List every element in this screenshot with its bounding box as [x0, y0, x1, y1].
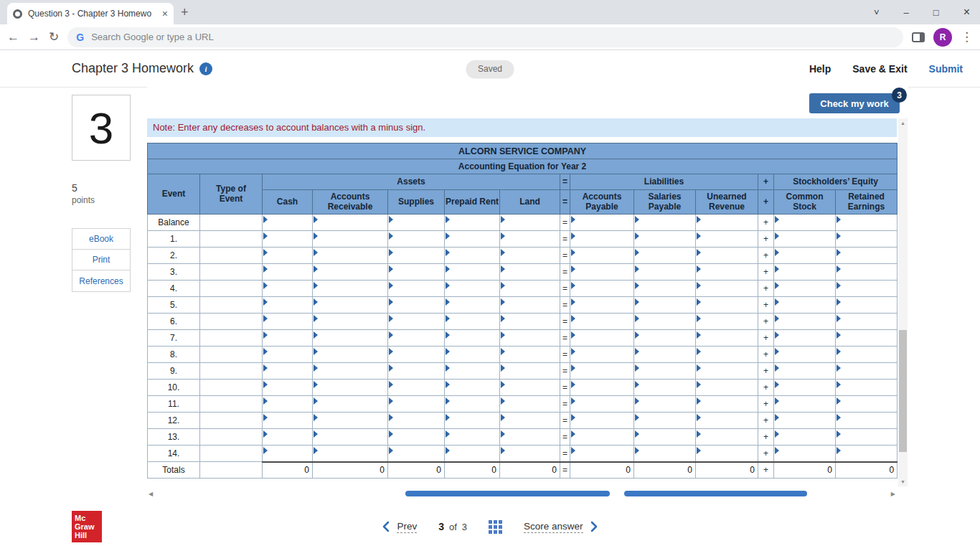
- submit-button[interactable]: Submit: [929, 63, 963, 75]
- tab-search-chevron-icon[interactable]: ˅: [874, 7, 880, 18]
- asset-input-cell[interactable]: [313, 429, 388, 446]
- browser-tab[interactable]: Question 3 - Chapter 3 Homewo ×: [7, 3, 174, 24]
- type-of-event-cell[interactable]: [200, 248, 263, 264]
- back-icon[interactable]: ←: [7, 31, 19, 43]
- liability-input-cell[interactable]: [634, 314, 696, 330]
- asset-input-cell[interactable]: [313, 330, 388, 347]
- minimize-icon[interactable]: –: [904, 7, 909, 18]
- asset-input-cell[interactable]: [500, 413, 560, 429]
- type-of-event-cell[interactable]: [200, 231, 263, 248]
- liability-input-cell[interactable]: [634, 380, 696, 396]
- reload-icon[interactable]: ↻: [49, 31, 59, 43]
- type-of-event-cell[interactable]: [200, 330, 263, 347]
- asset-input-cell[interactable]: [263, 446, 313, 462]
- asset-input-cell[interactable]: [263, 363, 313, 380]
- type-of-event-cell[interactable]: [200, 215, 263, 231]
- asset-input-cell[interactable]: [388, 248, 445, 264]
- asset-input-cell[interactable]: [263, 347, 313, 363]
- equity-input-cell[interactable]: [836, 413, 897, 429]
- asset-input-cell[interactable]: [445, 413, 500, 429]
- equity-input-cell[interactable]: [836, 297, 897, 314]
- equity-input-cell[interactable]: [774, 396, 836, 413]
- type-of-event-cell[interactable]: [200, 314, 263, 330]
- asset-input-cell[interactable]: [263, 281, 313, 297]
- forward-icon[interactable]: →: [28, 31, 40, 43]
- equity-input-cell[interactable]: [774, 330, 836, 347]
- equity-input-cell[interactable]: [774, 264, 836, 281]
- equity-input-cell[interactable]: [774, 248, 836, 264]
- equity-input-cell[interactable]: [836, 330, 897, 347]
- equity-input-cell[interactable]: [774, 347, 836, 363]
- h-scrollbar-thumb[interactable]: [405, 491, 610, 496]
- asset-input-cell[interactable]: [445, 281, 500, 297]
- asset-input-cell[interactable]: [500, 380, 560, 396]
- asset-input-cell[interactable]: [313, 413, 388, 429]
- asset-input-cell[interactable]: [500, 363, 560, 380]
- liability-input-cell[interactable]: [570, 248, 634, 264]
- equity-input-cell[interactable]: [774, 446, 836, 462]
- type-of-event-cell[interactable]: [200, 380, 263, 396]
- tab-close-icon[interactable]: ×: [162, 8, 168, 19]
- asset-input-cell[interactable]: [445, 314, 500, 330]
- liability-input-cell[interactable]: [570, 429, 634, 446]
- asset-input-cell[interactable]: [263, 297, 313, 314]
- asset-input-cell[interactable]: [445, 264, 500, 281]
- type-of-event-cell[interactable]: [200, 396, 263, 413]
- liability-input-cell[interactable]: [570, 215, 634, 231]
- liability-input-cell[interactable]: [570, 446, 634, 462]
- asset-input-cell[interactable]: [500, 429, 560, 446]
- asset-input-cell[interactable]: [388, 429, 445, 446]
- menu-kebab-icon[interactable]: ⋮: [961, 31, 973, 43]
- asset-input-cell[interactable]: [500, 446, 560, 462]
- liability-input-cell[interactable]: [696, 231, 758, 248]
- liability-input-cell[interactable]: [570, 347, 634, 363]
- equity-input-cell[interactable]: [836, 347, 897, 363]
- help-button[interactable]: Help: [809, 63, 831, 75]
- liability-input-cell[interactable]: [696, 215, 758, 231]
- liability-input-cell[interactable]: [570, 380, 634, 396]
- asset-input-cell[interactable]: [388, 231, 445, 248]
- score-answer-link[interactable]: Score answer: [524, 521, 583, 533]
- vertical-scrollbar-thumb[interactable]: [899, 330, 907, 452]
- liability-input-cell[interactable]: [634, 330, 696, 347]
- asset-input-cell[interactable]: [445, 215, 500, 231]
- liability-input-cell[interactable]: [634, 297, 696, 314]
- liability-input-cell[interactable]: [634, 264, 696, 281]
- asset-input-cell[interactable]: [388, 314, 445, 330]
- liability-input-cell[interactable]: [696, 347, 758, 363]
- asset-input-cell[interactable]: [500, 314, 560, 330]
- horizontal-scrollbar[interactable]: ◀ ▶: [147, 489, 897, 498]
- asset-input-cell[interactable]: [388, 264, 445, 281]
- liability-input-cell[interactable]: [634, 446, 696, 462]
- liability-input-cell[interactable]: [634, 347, 696, 363]
- asset-input-cell[interactable]: [388, 215, 445, 231]
- asset-input-cell[interactable]: [500, 297, 560, 314]
- prev-link[interactable]: Prev: [397, 521, 417, 533]
- liability-input-cell[interactable]: [634, 429, 696, 446]
- liability-input-cell[interactable]: [570, 330, 634, 347]
- asset-input-cell[interactable]: [313, 347, 388, 363]
- liability-input-cell[interactable]: [634, 248, 696, 264]
- liability-input-cell[interactable]: [634, 231, 696, 248]
- equity-input-cell[interactable]: [774, 363, 836, 380]
- asset-input-cell[interactable]: [313, 380, 388, 396]
- asset-input-cell[interactable]: [500, 281, 560, 297]
- equity-input-cell[interactable]: [836, 446, 897, 462]
- asset-input-cell[interactable]: [388, 446, 445, 462]
- new-tab-button[interactable]: +: [181, 5, 189, 20]
- asset-input-cell[interactable]: [388, 281, 445, 297]
- asset-input-cell[interactable]: [500, 231, 560, 248]
- asset-input-cell[interactable]: [263, 264, 313, 281]
- asset-input-cell[interactable]: [263, 413, 313, 429]
- equity-input-cell[interactable]: [836, 264, 897, 281]
- chevron-left-icon[interactable]: [382, 521, 390, 532]
- asset-input-cell[interactable]: [445, 248, 500, 264]
- asset-input-cell[interactable]: [388, 413, 445, 429]
- print-button[interactable]: Print: [72, 250, 130, 270]
- type-of-event-cell[interactable]: [200, 363, 263, 380]
- asset-input-cell[interactable]: [445, 429, 500, 446]
- asset-input-cell[interactable]: [313, 363, 388, 380]
- liability-input-cell[interactable]: [570, 363, 634, 380]
- equity-input-cell[interactable]: [836, 314, 897, 330]
- type-of-event-cell[interactable]: [200, 429, 263, 446]
